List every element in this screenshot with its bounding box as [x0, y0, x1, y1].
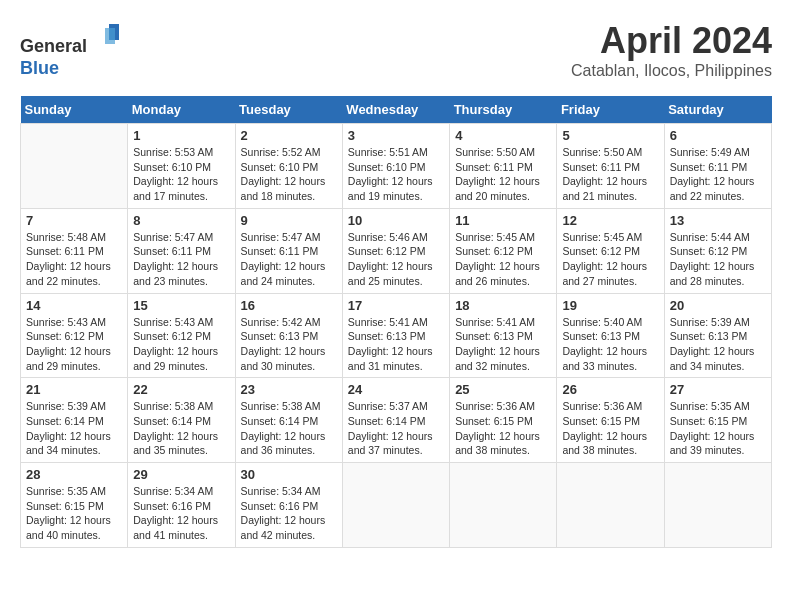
day-info: Sunrise: 5:39 AM Sunset: 6:14 PM Dayligh… [26, 399, 122, 458]
day-number: 14 [26, 298, 122, 313]
calendar-cell: 13Sunrise: 5:44 AM Sunset: 6:12 PM Dayli… [664, 208, 771, 293]
svg-marker-1 [105, 28, 115, 44]
day-info: Sunrise: 5:36 AM Sunset: 6:15 PM Dayligh… [455, 399, 551, 458]
day-info: Sunrise: 5:43 AM Sunset: 6:12 PM Dayligh… [26, 315, 122, 374]
calendar-table: SundayMondayTuesdayWednesdayThursdayFrid… [20, 96, 772, 548]
day-number: 2 [241, 128, 337, 143]
calendar-cell: 2Sunrise: 5:52 AM Sunset: 6:10 PM Daylig… [235, 124, 342, 209]
calendar-cell: 21Sunrise: 5:39 AM Sunset: 6:14 PM Dayli… [21, 378, 128, 463]
day-number: 24 [348, 382, 444, 397]
day-number: 18 [455, 298, 551, 313]
day-number: 12 [562, 213, 658, 228]
day-info: Sunrise: 5:50 AM Sunset: 6:11 PM Dayligh… [455, 145, 551, 204]
day-info: Sunrise: 5:51 AM Sunset: 6:10 PM Dayligh… [348, 145, 444, 204]
calendar-cell: 22Sunrise: 5:38 AM Sunset: 6:14 PM Dayli… [128, 378, 235, 463]
day-number: 4 [455, 128, 551, 143]
day-info: Sunrise: 5:50 AM Sunset: 6:11 PM Dayligh… [562, 145, 658, 204]
day-info: Sunrise: 5:41 AM Sunset: 6:13 PM Dayligh… [348, 315, 444, 374]
calendar-week-row: 21Sunrise: 5:39 AM Sunset: 6:14 PM Dayli… [21, 378, 772, 463]
day-info: Sunrise: 5:47 AM Sunset: 6:11 PM Dayligh… [241, 230, 337, 289]
day-info: Sunrise: 5:46 AM Sunset: 6:12 PM Dayligh… [348, 230, 444, 289]
day-info: Sunrise: 5:42 AM Sunset: 6:13 PM Dayligh… [241, 315, 337, 374]
calendar-cell: 6Sunrise: 5:49 AM Sunset: 6:11 PM Daylig… [664, 124, 771, 209]
day-number: 8 [133, 213, 229, 228]
calendar-cell: 25Sunrise: 5:36 AM Sunset: 6:15 PM Dayli… [450, 378, 557, 463]
day-info: Sunrise: 5:35 AM Sunset: 6:15 PM Dayligh… [26, 484, 122, 543]
logo: General Blue [20, 20, 123, 79]
logo-blue: Blue [20, 58, 59, 78]
day-number: 3 [348, 128, 444, 143]
day-number: 17 [348, 298, 444, 313]
day-info: Sunrise: 5:48 AM Sunset: 6:11 PM Dayligh… [26, 230, 122, 289]
calendar-cell [557, 463, 664, 548]
day-number: 15 [133, 298, 229, 313]
calendar-cell: 9Sunrise: 5:47 AM Sunset: 6:11 PM Daylig… [235, 208, 342, 293]
calendar-cell [450, 463, 557, 548]
calendar-cell: 26Sunrise: 5:36 AM Sunset: 6:15 PM Dayli… [557, 378, 664, 463]
calendar-cell: 15Sunrise: 5:43 AM Sunset: 6:12 PM Dayli… [128, 293, 235, 378]
column-header-monday: Monday [128, 96, 235, 124]
day-number: 20 [670, 298, 766, 313]
day-info: Sunrise: 5:40 AM Sunset: 6:13 PM Dayligh… [562, 315, 658, 374]
day-number: 30 [241, 467, 337, 482]
calendar-cell: 17Sunrise: 5:41 AM Sunset: 6:13 PM Dayli… [342, 293, 449, 378]
day-info: Sunrise: 5:44 AM Sunset: 6:12 PM Dayligh… [670, 230, 766, 289]
calendar-cell: 18Sunrise: 5:41 AM Sunset: 6:13 PM Dayli… [450, 293, 557, 378]
calendar-week-row: 28Sunrise: 5:35 AM Sunset: 6:15 PM Dayli… [21, 463, 772, 548]
calendar-cell: 11Sunrise: 5:45 AM Sunset: 6:12 PM Dayli… [450, 208, 557, 293]
day-number: 9 [241, 213, 337, 228]
day-number: 19 [562, 298, 658, 313]
calendar-cell: 29Sunrise: 5:34 AM Sunset: 6:16 PM Dayli… [128, 463, 235, 548]
day-info: Sunrise: 5:47 AM Sunset: 6:11 PM Dayligh… [133, 230, 229, 289]
logo-icon [91, 20, 123, 52]
calendar-cell: 14Sunrise: 5:43 AM Sunset: 6:12 PM Dayli… [21, 293, 128, 378]
column-header-wednesday: Wednesday [342, 96, 449, 124]
calendar-cell: 8Sunrise: 5:47 AM Sunset: 6:11 PM Daylig… [128, 208, 235, 293]
day-number: 26 [562, 382, 658, 397]
day-number: 25 [455, 382, 551, 397]
calendar-cell [21, 124, 128, 209]
logo-general: General [20, 36, 87, 56]
day-info: Sunrise: 5:35 AM Sunset: 6:15 PM Dayligh… [670, 399, 766, 458]
location-title: Catablan, Ilocos, Philippines [571, 62, 772, 80]
day-number: 28 [26, 467, 122, 482]
day-number: 11 [455, 213, 551, 228]
day-info: Sunrise: 5:38 AM Sunset: 6:14 PM Dayligh… [241, 399, 337, 458]
calendar-cell: 4Sunrise: 5:50 AM Sunset: 6:11 PM Daylig… [450, 124, 557, 209]
day-number: 16 [241, 298, 337, 313]
calendar-cell: 1Sunrise: 5:53 AM Sunset: 6:10 PM Daylig… [128, 124, 235, 209]
day-info: Sunrise: 5:36 AM Sunset: 6:15 PM Dayligh… [562, 399, 658, 458]
column-header-sunday: Sunday [21, 96, 128, 124]
day-info: Sunrise: 5:45 AM Sunset: 6:12 PM Dayligh… [562, 230, 658, 289]
day-info: Sunrise: 5:41 AM Sunset: 6:13 PM Dayligh… [455, 315, 551, 374]
calendar-cell [342, 463, 449, 548]
column-header-thursday: Thursday [450, 96, 557, 124]
calendar-cell: 3Sunrise: 5:51 AM Sunset: 6:10 PM Daylig… [342, 124, 449, 209]
day-number: 29 [133, 467, 229, 482]
day-info: Sunrise: 5:39 AM Sunset: 6:13 PM Dayligh… [670, 315, 766, 374]
day-number: 21 [26, 382, 122, 397]
calendar-cell: 20Sunrise: 5:39 AM Sunset: 6:13 PM Dayli… [664, 293, 771, 378]
calendar-cell: 5Sunrise: 5:50 AM Sunset: 6:11 PM Daylig… [557, 124, 664, 209]
day-number: 5 [562, 128, 658, 143]
day-info: Sunrise: 5:37 AM Sunset: 6:14 PM Dayligh… [348, 399, 444, 458]
day-number: 10 [348, 213, 444, 228]
calendar-cell: 30Sunrise: 5:34 AM Sunset: 6:16 PM Dayli… [235, 463, 342, 548]
calendar-cell: 27Sunrise: 5:35 AM Sunset: 6:15 PM Dayli… [664, 378, 771, 463]
calendar-cell: 16Sunrise: 5:42 AM Sunset: 6:13 PM Dayli… [235, 293, 342, 378]
day-number: 7 [26, 213, 122, 228]
calendar-cell: 23Sunrise: 5:38 AM Sunset: 6:14 PM Dayli… [235, 378, 342, 463]
day-number: 1 [133, 128, 229, 143]
day-info: Sunrise: 5:52 AM Sunset: 6:10 PM Dayligh… [241, 145, 337, 204]
calendar-cell: 10Sunrise: 5:46 AM Sunset: 6:12 PM Dayli… [342, 208, 449, 293]
title-block: April 2024 Catablan, Ilocos, Philippines [571, 20, 772, 80]
calendar-week-row: 7Sunrise: 5:48 AM Sunset: 6:11 PM Daylig… [21, 208, 772, 293]
day-info: Sunrise: 5:45 AM Sunset: 6:12 PM Dayligh… [455, 230, 551, 289]
day-info: Sunrise: 5:34 AM Sunset: 6:16 PM Dayligh… [241, 484, 337, 543]
day-number: 6 [670, 128, 766, 143]
page-header: General Blue April 2024 Catablan, Ilocos… [20, 20, 772, 80]
day-number: 13 [670, 213, 766, 228]
day-info: Sunrise: 5:49 AM Sunset: 6:11 PM Dayligh… [670, 145, 766, 204]
month-title: April 2024 [571, 20, 772, 62]
calendar-week-row: 1Sunrise: 5:53 AM Sunset: 6:10 PM Daylig… [21, 124, 772, 209]
